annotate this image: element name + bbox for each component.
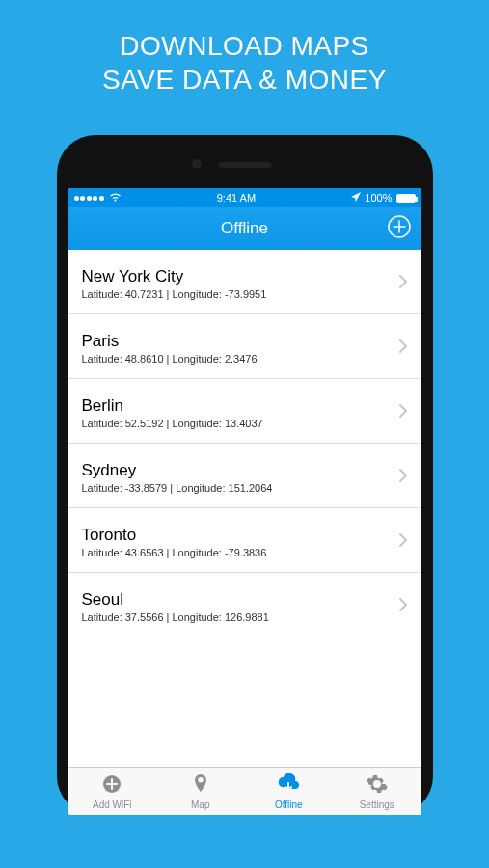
device-camera bbox=[192, 159, 202, 169]
location-coords: Latitude: 43.6563 | Longitude: -79.3836 bbox=[82, 547, 399, 558]
list-item[interactable]: SydneyLatitude: -33.8579 | Longitude: 15… bbox=[68, 444, 421, 508]
tab-label: Settings bbox=[360, 800, 394, 810]
addwifi-icon bbox=[100, 773, 123, 798]
location-name: Paris bbox=[82, 332, 399, 351]
tab-bar: Add WiFiMapOfflineSettings bbox=[68, 767, 421, 815]
list-item[interactable]: TorontoLatitude: 43.6563 | Longitude: -7… bbox=[68, 508, 421, 573]
add-button[interactable] bbox=[387, 214, 412, 243]
chevron-right-icon bbox=[399, 404, 408, 421]
location-list[interactable]: New York CityLatitude: 40.7231 | Longitu… bbox=[68, 250, 421, 767]
offline-icon bbox=[277, 773, 300, 798]
settings-icon bbox=[366, 773, 389, 798]
device-frame: 9:41 AM 100% Offline New York CityLatitu… bbox=[57, 135, 433, 815]
list-item-text: New York CityLatitude: 40.7231 | Longitu… bbox=[82, 267, 399, 300]
tab-label: Offline bbox=[275, 800, 303, 810]
map-icon bbox=[189, 773, 212, 798]
tab-label: Map bbox=[191, 800, 209, 810]
chevron-right-icon bbox=[399, 275, 408, 292]
list-item-text: ParisLatitude: 48.8610 | Longitude: 2.34… bbox=[82, 332, 399, 365]
location-name: Seoul bbox=[82, 590, 399, 610]
page-title: Offline bbox=[221, 219, 268, 238]
wifi-icon bbox=[109, 192, 122, 203]
battery-percent: 100% bbox=[365, 192, 392, 203]
list-item-text: SeoulLatitude: 37.5566 | Longitude: 126.… bbox=[82, 590, 399, 623]
list-item-text: SydneyLatitude: -33.8579 | Longitude: 15… bbox=[82, 461, 399, 494]
chevron-right-icon bbox=[399, 598, 408, 615]
tab-offline[interactable]: Offline bbox=[245, 768, 334, 815]
status-right: 100% bbox=[351, 192, 415, 203]
location-name: Berlin bbox=[82, 396, 399, 416]
list-item-text: TorontoLatitude: 43.6563 | Longitude: -7… bbox=[82, 526, 399, 558]
list-item-text: BerlinLatitude: 52.5192 | Longitude: 13.… bbox=[82, 396, 399, 429]
promo-line-2: SAVE DATA & MONEY bbox=[0, 63, 489, 96]
location-icon bbox=[351, 192, 361, 203]
signal-dots-icon bbox=[74, 196, 104, 201]
chevron-right-icon bbox=[399, 339, 408, 357]
status-bar: 9:41 AM 100% bbox=[68, 188, 421, 207]
location-name: Sydney bbox=[82, 461, 399, 480]
status-time: 9:41 AM bbox=[122, 192, 352, 203]
tab-map[interactable]: Map bbox=[156, 768, 245, 815]
plus-circle-icon bbox=[387, 214, 412, 239]
list-item[interactable]: New York CityLatitude: 40.7231 | Longitu… bbox=[68, 250, 421, 314]
tab-label: Add WiFi bbox=[93, 800, 132, 810]
location-name: Toronto bbox=[82, 526, 399, 545]
list-item[interactable]: ParisLatitude: 48.8610 | Longitude: 2.34… bbox=[68, 314, 421, 379]
battery-icon bbox=[396, 194, 416, 203]
nav-bar: Offline bbox=[68, 207, 421, 250]
chevron-right-icon bbox=[399, 533, 408, 551]
status-left bbox=[74, 192, 122, 203]
tab-addwifi[interactable]: Add WiFi bbox=[68, 768, 157, 815]
list-item[interactable]: BerlinLatitude: 52.5192 | Longitude: 13.… bbox=[68, 379, 421, 444]
chevron-right-icon bbox=[399, 469, 408, 486]
app-screen: 9:41 AM 100% Offline New York CityLatitu… bbox=[68, 188, 421, 815]
promo-line-1: DOWNLOAD MAPS bbox=[0, 29, 489, 63]
location-coords: Latitude: -33.8579 | Longitude: 151.2064 bbox=[82, 482, 399, 494]
location-coords: Latitude: 48.8610 | Longitude: 2.3476 bbox=[82, 353, 399, 365]
tab-settings[interactable]: Settings bbox=[333, 768, 421, 815]
location-coords: Latitude: 37.5566 | Longitude: 126.9881 bbox=[82, 611, 399, 623]
location-coords: Latitude: 52.5192 | Longitude: 13.4037 bbox=[82, 418, 399, 429]
promo-headline: DOWNLOAD MAPS SAVE DATA & MONEY bbox=[0, 0, 489, 96]
device-speaker bbox=[218, 162, 271, 168]
list-item[interactable]: SeoulLatitude: 37.5566 | Longitude: 126.… bbox=[68, 573, 421, 637]
location-name: New York City bbox=[82, 267, 399, 286]
location-coords: Latitude: 40.7231 | Longitude: -73.9951 bbox=[82, 288, 399, 300]
